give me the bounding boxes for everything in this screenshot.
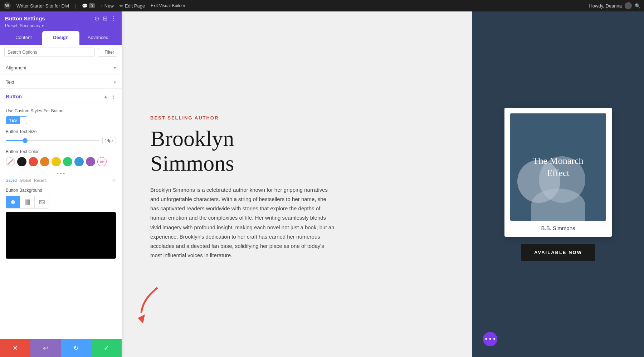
saved-label[interactable]: Saved [6, 178, 17, 182]
save-button[interactable]: ✓ [91, 339, 122, 357]
filter-button[interactable]: + Filter [98, 48, 117, 57]
hero-left-column: BEST SELLING AUTHOR BrooklynSimmons Broo… [122, 11, 472, 357]
color-swatch-green[interactable] [63, 157, 72, 166]
text-section-header[interactable]: Text ▾ [0, 74, 122, 89]
book-cover-title: The MonarchEffect [526, 155, 591, 179]
cancel-icon: ✕ [13, 344, 18, 352]
slider-track[interactable] [6, 140, 99, 141]
undo-icon: ↩ [43, 344, 48, 352]
save-icon: ✓ [104, 344, 109, 352]
global-label[interactable]: Global [20, 178, 31, 182]
canvas-area: BEST SELLING AUTHOR BrooklynSimmons Broo… [122, 11, 644, 357]
available-now-button[interactable]: AVAILABLE NOW [521, 244, 595, 261]
cancel-button[interactable]: ✕ [0, 339, 30, 357]
bg-tab-image[interactable] [35, 196, 49, 208]
use-custom-styles-field: Use Custom Styles For Button YES | [6, 108, 116, 124]
decor-shape-bottom [531, 189, 585, 221]
panel-header: Button Settings ⊙ ⊟ ⋮ Preset: Secondary … [0, 11, 122, 45]
button-text-size-label: Button Text Size [6, 129, 116, 134]
book-author-name: B.B. Simmons [510, 225, 606, 231]
more-icon[interactable]: ⋮ [111, 15, 117, 22]
bottom-action-bar: ✕ ↩ ↻ ✓ [0, 339, 122, 357]
slider-thumb[interactable] [23, 138, 28, 143]
panel-title: Button Settings [5, 15, 45, 21]
hero-section: BEST SELLING AUTHOR BrooklynSimmons Broo… [122, 11, 644, 357]
hero-right-column: The MonarchEffect B.B. Simmons AVAILABLE… [472, 11, 644, 357]
color-swatch-yellow[interactable] [52, 157, 61, 166]
slider-fill [6, 140, 24, 141]
button-text-size-slider-row [6, 137, 116, 144]
alignment-section-header[interactable]: Alignment ▾ [0, 60, 122, 74]
color-swatches: ✏ [6, 157, 116, 166]
canvas-content: BEST SELLING AUTHOR BrooklynSimmons Broo… [122, 11, 644, 357]
panel-tabs: Content Design Advanced [5, 31, 117, 45]
dots-more-button[interactable]: • • • [6, 169, 116, 178]
button-background-field: Button Background [6, 188, 116, 259]
button-section-header[interactable]: Button ▲ ⋮ [6, 89, 116, 103]
comments-link[interactable]: 💬 0 [82, 3, 95, 9]
author-tag: BEST SELLING AUTHOR [150, 115, 451, 121]
edit-icon: ✏ [119, 3, 123, 9]
book-cover: The MonarchEffect [510, 113, 606, 221]
tab-content[interactable]: Content [5, 31, 42, 45]
toggle-no[interactable]: | [20, 117, 26, 124]
redo-icon: ↻ [73, 344, 79, 352]
button-text-color-label: Button Text Color [6, 149, 116, 154]
new-page-link[interactable]: + New [101, 3, 114, 9]
color-swatch-transparent[interactable] [6, 157, 15, 166]
color-settings-icon[interactable]: ⚙ [112, 178, 116, 183]
more-options-button[interactable]: • • • [483, 332, 497, 346]
color-swatch-blue[interactable] [74, 157, 84, 166]
button-background-label: Button Background [6, 188, 116, 193]
search-row: + Filter [0, 45, 122, 60]
comment-icon: 💬 [82, 3, 88, 9]
preview-icon[interactable]: ⊙ [94, 15, 99, 22]
edit-page-link[interactable]: ✏ Edit Page [119, 3, 145, 9]
svg-point-0 [11, 200, 15, 204]
page-canvas: BEST SELLING AUTHOR BrooklynSimmons Broo… [122, 11, 644, 357]
recent-label[interactable]: Recent [34, 178, 47, 182]
main-layout: Button Settings ⊙ ⊟ ⋮ Preset: Secondary … [0, 11, 644, 357]
button-section: Button ▲ ⋮ Use Custom Styles For Button … [0, 89, 122, 269]
tab-advanced[interactable]: Advanced [79, 31, 117, 45]
alignment-section-title: Alignment [6, 65, 26, 70]
button-more-icon[interactable]: ⋮ [111, 94, 116, 99]
panel-content: Alignment ▾ Text ▾ Button ▲ ⋮ [0, 60, 122, 339]
undo-button[interactable]: ↩ [30, 339, 61, 357]
button-section-icons: ▲ ⋮ [103, 94, 116, 99]
exit-builder-link[interactable]: Exit Visual Builder [151, 3, 185, 8]
tab-design[interactable]: Design [42, 31, 79, 45]
bg-tab-color[interactable] [6, 196, 20, 208]
text-section-title: Text [6, 79, 14, 85]
color-swatch-red[interactable] [29, 157, 38, 166]
saved-row: Saved Global Recent ⚙ [6, 178, 116, 183]
howdy-section: Howdy, Deanna 🔍 [589, 2, 640, 9]
slider-value-input[interactable] [102, 137, 116, 144]
preset-label[interactable]: Preset: Secondary [5, 23, 117, 28]
color-swatch-purple[interactable] [86, 157, 95, 166]
wp-logo-icon[interactable]: W [4, 2, 11, 9]
search-icon[interactable]: 🔍 [635, 3, 640, 9]
button-text-size-field: Button Text Size [6, 129, 116, 144]
site-name-link[interactable]: Writer Starter Site for Divi [16, 3, 69, 9]
color-swatch-orange[interactable] [40, 157, 49, 166]
button-section-title: Button [6, 94, 22, 99]
search-input[interactable] [4, 48, 95, 57]
author-bio: Brooklyn Simmons is a celebrated author … [150, 185, 336, 260]
color-swatch-black[interactable] [17, 157, 26, 166]
wp-admin-bar: W Writer Starter Site for Divi | 💬 0 + N… [0, 0, 644, 11]
panel-title-icons: ⊙ ⊟ ⋮ [94, 15, 117, 22]
split-icon[interactable]: ⊟ [103, 15, 107, 22]
more-options-area: • • • [336, 332, 644, 346]
background-preview-box [6, 212, 116, 259]
toggle-yes[interactable]: YES [6, 117, 20, 124]
user-avatar [625, 2, 632, 9]
use-custom-styles-toggle[interactable]: YES | [6, 116, 27, 124]
collapse-button-icon[interactable]: ▲ [103, 94, 108, 99]
separator: | [75, 3, 76, 9]
use-custom-styles-label: Use Custom Styles For Button [6, 108, 116, 113]
color-swatch-edit[interactable]: ✏ [97, 157, 107, 166]
redo-button[interactable]: ↻ [61, 339, 91, 357]
bg-tab-gradient[interactable] [20, 196, 35, 208]
book-card: The MonarchEffect B.B. Simmons [504, 108, 612, 237]
